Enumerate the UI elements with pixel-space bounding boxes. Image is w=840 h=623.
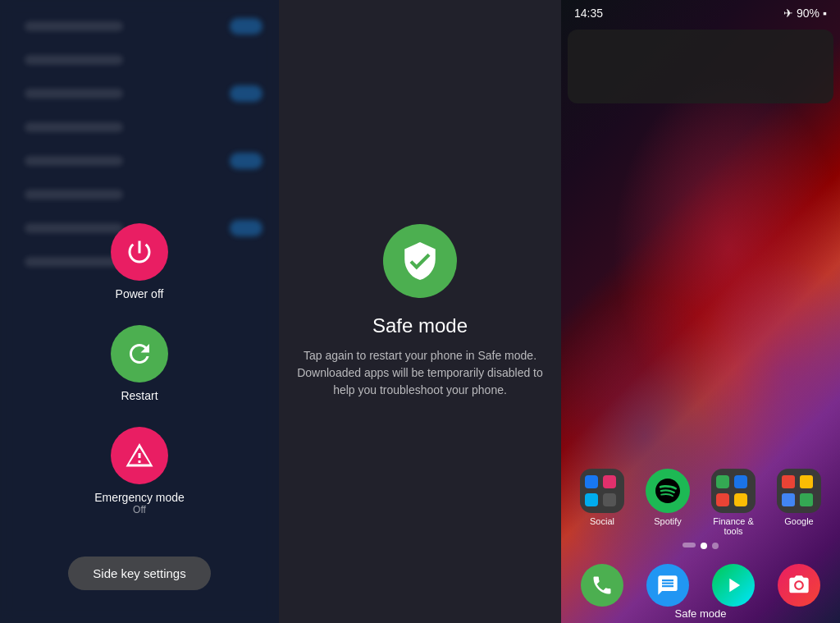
emergency-sub-label: Off [133, 504, 146, 515]
app-social[interactable]: Social [573, 469, 631, 536]
spotify-icon-wrapper [646, 469, 690, 513]
dock-messages[interactable] [646, 564, 689, 607]
emergency-icon [111, 427, 168, 484]
app-finance-tools[interactable]: Finance & tools [705, 469, 762, 536]
emergency-label: Emergency mode [94, 491, 185, 504]
dock-phone[interactable] [581, 564, 623, 607]
page-indicators [569, 543, 832, 549]
restart-icon [111, 325, 168, 383]
play-icon [712, 564, 755, 607]
app-google[interactable]: Google [770, 469, 828, 536]
power-off-label: Power off [116, 287, 164, 300]
side-key-settings-button[interactable]: Side key settings [68, 557, 210, 590]
page-dot-3 [712, 543, 719, 549]
google-label: Google [784, 516, 813, 526]
phone-icon [581, 564, 623, 607]
app-grid: Social Spotify [569, 469, 832, 536]
power-off-icon [111, 223, 168, 281]
social-folder-icon [580, 469, 624, 513]
widget-area [568, 30, 833, 103]
safe-mode-description: Tap again to restart your phone in Safe … [295, 347, 545, 399]
messages-icon [646, 564, 689, 607]
safe-mode-bottom-label: Safe mode [561, 607, 840, 623]
power-menu-panel: Power off Restart Emergency mode Off Sid… [0, 0, 279, 623]
phone-screen: 14:35 ✈ 90% ▪ Social [561, 0, 840, 623]
spotify-label: Spotify [654, 516, 682, 526]
dock-play[interactable] [712, 564, 755, 607]
safe-mode-title: Safe mode [372, 314, 468, 337]
page-dot-2 [701, 543, 707, 549]
power-options: Power off Restart Emergency mode Off [0, 223, 279, 540]
status-bar: 14:35 ✈ 90% ▪ [561, 0, 840, 26]
safe-mode-panel: Safe mode Tap again to restart your phon… [279, 0, 561, 623]
restart-label: Restart [121, 389, 158, 402]
emergency-mode-button[interactable]: Emergency mode Off [94, 427, 185, 515]
status-right-icons: ✈ 90% ▪ [783, 7, 827, 20]
page-dot-1 [682, 543, 696, 547]
social-label: Social [590, 516, 614, 526]
dock-camera[interactable] [778, 564, 820, 607]
spotify-icon [646, 469, 690, 513]
airplane-icon: ✈ [783, 7, 793, 20]
battery-percentage: 90% [797, 7, 819, 20]
app-spotify[interactable]: Spotify [639, 469, 696, 536]
finance-tools-label: Finance & tools [705, 516, 762, 536]
restart-button[interactable]: Restart [111, 325, 168, 402]
google-folder-icon [777, 469, 821, 513]
power-off-button[interactable]: Power off [111, 223, 168, 300]
camera-icon [778, 564, 820, 607]
dock [561, 564, 840, 607]
status-time: 14:35 [574, 7, 603, 20]
finance-folder-icon [711, 469, 756, 513]
app-grid-area: Social Spotify [561, 469, 840, 557]
safe-mode-icon [383, 224, 457, 298]
battery-icon: ▪ [823, 7, 827, 20]
